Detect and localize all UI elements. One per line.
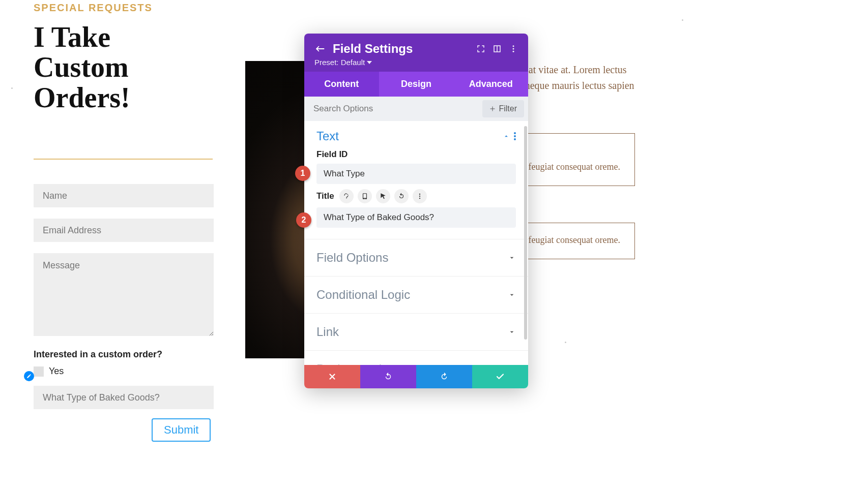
undo-icon xyxy=(384,372,393,381)
filter-label: Filter xyxy=(499,104,517,113)
edit-badge[interactable] xyxy=(24,371,34,381)
submit-button[interactable]: Submit xyxy=(152,418,211,442)
section-link[interactable]: Link xyxy=(304,314,528,351)
reset-icon[interactable] xyxy=(394,189,409,203)
redo-icon xyxy=(440,372,449,381)
section-text-title[interactable]: Text xyxy=(316,129,499,143)
more-icon[interactable] xyxy=(509,44,518,53)
section-link-label: Link xyxy=(316,325,508,339)
modal-title: Field Settings xyxy=(333,42,469,56)
modal-header: Field Settings Preset: Default xyxy=(304,34,528,72)
field-id-input[interactable] xyxy=(316,164,516,184)
title-label-text: Title xyxy=(316,191,334,201)
section-text: Text Field ID Title xyxy=(304,121,528,239)
title-label-row: Title xyxy=(316,189,516,203)
mobile-icon[interactable] xyxy=(358,189,372,203)
tab-advanced[interactable]: Advanced xyxy=(453,72,528,97)
discard-button[interactable] xyxy=(304,365,360,388)
email-input[interactable] xyxy=(34,219,214,242)
yes-checkbox-row[interactable]: Yes xyxy=(34,366,214,377)
scrollbar[interactable] xyxy=(524,126,527,340)
svg-point-4 xyxy=(419,196,420,197)
name-input[interactable] xyxy=(34,184,214,207)
save-button[interactable] xyxy=(472,365,528,388)
caret-down-icon xyxy=(367,60,372,65)
undo-button[interactable] xyxy=(360,365,416,388)
layout-icon[interactable] xyxy=(493,44,502,53)
field-settings-modal: Field Settings Preset: Default Content D… xyxy=(304,34,528,388)
tab-content[interactable]: Content xyxy=(304,72,379,97)
preset-label: Preset: Default xyxy=(314,58,365,67)
modal-body[interactable]: Text Field ID Title xyxy=(304,121,528,365)
chevron-up-icon[interactable] xyxy=(503,133,510,140)
check-icon xyxy=(496,372,505,381)
interested-label: Interested in a custom order? xyxy=(34,349,214,360)
filter-button[interactable]: Filter xyxy=(482,100,524,117)
annotation-2: 2 xyxy=(296,212,311,228)
preset-selector[interactable]: Preset: Default xyxy=(314,58,518,67)
cursor-icon[interactable] xyxy=(376,189,390,203)
section-field-options[interactable]: Field Options xyxy=(304,239,528,277)
message-textarea[interactable] xyxy=(34,253,214,336)
section-conditional-logic[interactable]: Conditional Logic xyxy=(304,277,528,314)
back-icon[interactable] xyxy=(314,43,326,54)
section-conditional-logic-label: Conditional Logic xyxy=(316,288,508,302)
section-more-icon[interactable] xyxy=(514,132,516,140)
section-background-label: Background xyxy=(316,362,508,365)
pencil-icon xyxy=(26,374,32,379)
section-field-options-label: Field Options xyxy=(316,251,508,265)
divider-line xyxy=(34,159,213,160)
redo-button[interactable] xyxy=(416,365,472,388)
modal-tabs: Content Design Advanced xyxy=(304,72,528,97)
page-headline: I Take Custom Orders! xyxy=(34,22,207,113)
eyebrow-text: SPECIAL REQUESTS xyxy=(34,2,153,14)
svg-point-1 xyxy=(513,48,514,50)
svg-point-2 xyxy=(513,51,514,52)
chevron-down-icon xyxy=(508,328,516,336)
field-id-label: Field ID xyxy=(316,149,516,160)
field-more-icon[interactable] xyxy=(413,189,427,203)
svg-point-0 xyxy=(513,45,514,47)
close-icon xyxy=(328,372,337,381)
checkbox-icon[interactable] xyxy=(34,366,44,377)
chevron-down-icon xyxy=(508,254,516,262)
plus-icon xyxy=(489,106,496,112)
annotation-1: 1 xyxy=(295,166,310,181)
title-input[interactable] xyxy=(316,207,516,228)
help-icon[interactable] xyxy=(339,189,354,203)
focus-icon[interactable] xyxy=(476,44,485,53)
svg-point-3 xyxy=(419,194,420,195)
search-row: Filter xyxy=(304,97,528,121)
svg-point-5 xyxy=(419,198,420,199)
chevron-down-icon xyxy=(508,291,516,299)
contact-form: Interested in a custom order? Yes Submit xyxy=(34,184,214,442)
tab-design[interactable]: Design xyxy=(379,72,454,97)
modal-footer xyxy=(304,365,528,388)
baked-goods-type-input[interactable] xyxy=(34,386,214,409)
yes-label: Yes xyxy=(49,366,64,377)
section-background[interactable]: Background xyxy=(304,351,528,365)
search-options-input[interactable] xyxy=(304,97,482,121)
